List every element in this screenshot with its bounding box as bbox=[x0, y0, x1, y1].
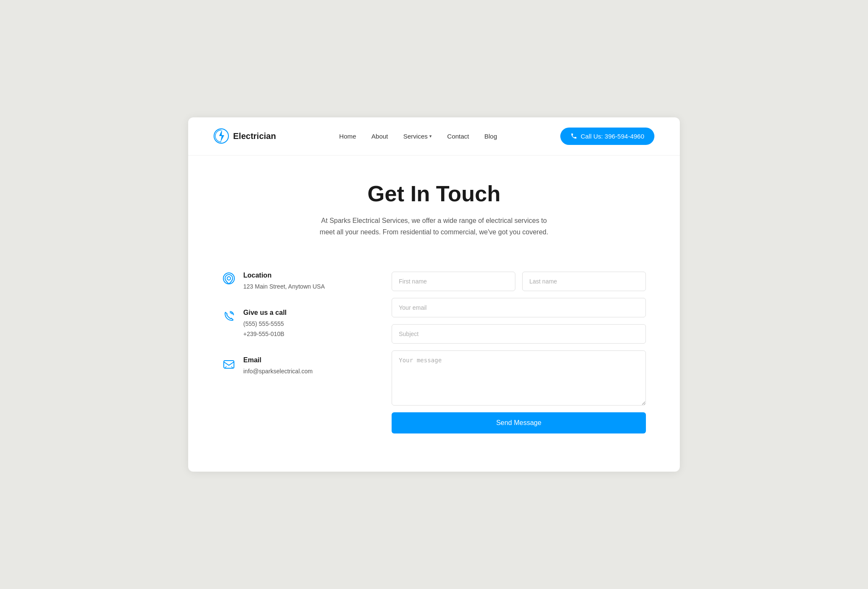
location-item: Location 123 Main Street, Anytown USA bbox=[222, 272, 366, 292]
submit-button[interactable]: Send Message bbox=[392, 412, 646, 433]
main-nav: Home About Services ▾ Contact Blog bbox=[339, 133, 497, 140]
call-cta-button[interactable]: Call Us: 396-594-4960 bbox=[560, 128, 654, 145]
svg-rect-3 bbox=[224, 361, 234, 368]
location-icon bbox=[222, 272, 236, 286]
nav-blog[interactable]: Blog bbox=[484, 133, 497, 140]
hero-subtitle: At Sparks Electrical Services, we offer … bbox=[315, 215, 553, 238]
brand-name: Electrician bbox=[233, 131, 276, 141]
phone-label: Give us a call bbox=[243, 309, 287, 317]
email-input[interactable] bbox=[392, 298, 646, 317]
phone-line2: +239-555-010B bbox=[243, 329, 287, 339]
location-content: Location 123 Main Street, Anytown USA bbox=[243, 272, 325, 292]
email-detail: info@sparkselectrical.com bbox=[243, 367, 313, 377]
email-item: Email info@sparkselectrical.com bbox=[222, 356, 366, 377]
svg-point-2 bbox=[227, 277, 231, 280]
last-name-input[interactable] bbox=[522, 272, 646, 291]
call-icon bbox=[222, 310, 236, 323]
message-textarea[interactable] bbox=[392, 350, 646, 406]
first-name-input[interactable] bbox=[392, 272, 515, 291]
page-title: Get In Touch bbox=[214, 181, 654, 206]
header: Electrician Home About Services ▾ Contac… bbox=[188, 117, 680, 156]
chevron-down-icon: ▾ bbox=[429, 133, 432, 139]
nav-contact[interactable]: Contact bbox=[447, 133, 469, 140]
page-container: Electrician Home About Services ▾ Contac… bbox=[188, 117, 680, 472]
logo-icon bbox=[214, 128, 229, 144]
phone-line1: (555) 555-5555 bbox=[243, 319, 287, 329]
nav-home[interactable]: Home bbox=[339, 133, 356, 140]
nav-about[interactable]: About bbox=[371, 133, 388, 140]
phone-icon bbox=[570, 133, 577, 139]
location-label: Location bbox=[243, 272, 325, 279]
contact-form: Send Message bbox=[392, 272, 646, 433]
location-detail: 123 Main Street, Anytown USA bbox=[243, 282, 325, 292]
contact-info: Location 123 Main Street, Anytown USA Gi… bbox=[222, 272, 366, 433]
hero-section: Get In Touch At Sparks Electrical Servic… bbox=[188, 156, 680, 259]
phone-content: Give us a call (555) 555-5555 +239-555-0… bbox=[243, 309, 287, 339]
nav-services[interactable]: Services ▾ bbox=[403, 133, 432, 140]
phone-item: Give us a call (555) 555-5555 +239-555-0… bbox=[222, 309, 366, 339]
name-row bbox=[392, 272, 646, 291]
subject-input[interactable] bbox=[392, 324, 646, 344]
email-content: Email info@sparkselectrical.com bbox=[243, 356, 313, 377]
content-area: Location 123 Main Street, Anytown USA Gi… bbox=[188, 259, 680, 446]
logo-area[interactable]: Electrician bbox=[214, 128, 276, 144]
email-label: Email bbox=[243, 356, 313, 364]
email-icon bbox=[222, 357, 236, 371]
